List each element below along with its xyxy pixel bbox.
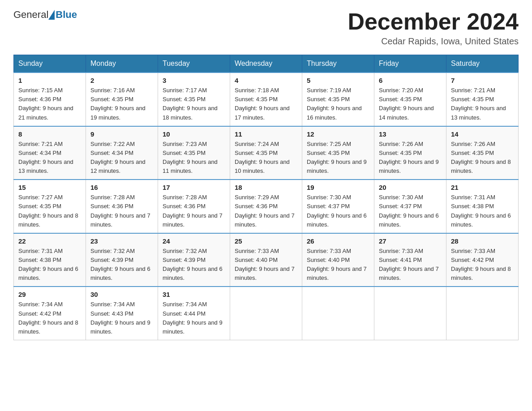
- day-number: 2: [90, 77, 153, 84]
- day-info: Sunrise: 7:34 AMSunset: 4:43 PMDaylight:…: [90, 300, 153, 336]
- day-number: 4: [235, 77, 297, 84]
- header-friday: Friday: [374, 55, 446, 73]
- day-info: Sunrise: 7:32 AMSunset: 4:39 PMDaylight:…: [90, 247, 153, 283]
- day-info: Sunrise: 7:27 AMSunset: 4:35 PMDaylight:…: [18, 193, 81, 229]
- logo-general-text: General: [13, 9, 48, 21]
- day-number: 18: [235, 184, 297, 191]
- calendar-cell: 21Sunrise: 7:31 AMSunset: 4:38 PMDayligh…: [446, 180, 519, 233]
- day-number: 5: [307, 77, 369, 84]
- calendar-cell: 26Sunrise: 7:33 AMSunset: 4:40 PMDayligh…: [302, 233, 374, 287]
- day-info: Sunrise: 7:33 AMSunset: 4:40 PMDaylight:…: [307, 247, 369, 283]
- day-number: 27: [379, 237, 442, 245]
- week-row-5: 29Sunrise: 7:34 AMSunset: 4:42 PMDayligh…: [14, 287, 519, 340]
- day-number: 16: [90, 184, 153, 191]
- day-info: Sunrise: 7:33 AMSunset: 4:40 PMDaylight:…: [235, 247, 297, 283]
- day-number: 30: [90, 291, 153, 298]
- month-title: December 2024: [348, 9, 519, 34]
- calendar-cell: 4Sunrise: 7:18 AMSunset: 4:35 PMDaylight…: [230, 73, 302, 126]
- calendar-cell: 27Sunrise: 7:33 AMSunset: 4:41 PMDayligh…: [374, 233, 446, 287]
- calendar-cell: 7Sunrise: 7:21 AMSunset: 4:35 PMDaylight…: [446, 73, 519, 126]
- day-info: Sunrise: 7:34 AMSunset: 4:44 PMDaylight:…: [163, 300, 225, 336]
- day-info: Sunrise: 7:25 AMSunset: 4:35 PMDaylight:…: [307, 140, 369, 176]
- calendar-cell: 9Sunrise: 7:22 AMSunset: 4:34 PMDaylight…: [86, 126, 158, 180]
- day-number: 31: [163, 291, 225, 298]
- day-info: Sunrise: 7:30 AMSunset: 4:37 PMDaylight:…: [379, 193, 442, 229]
- calendar-cell: 29Sunrise: 7:34 AMSunset: 4:42 PMDayligh…: [14, 287, 86, 340]
- calendar-cell: 23Sunrise: 7:32 AMSunset: 4:39 PMDayligh…: [86, 233, 158, 287]
- day-number: 8: [18, 130, 81, 138]
- day-number: 7: [451, 77, 514, 84]
- calendar-cell: 22Sunrise: 7:31 AMSunset: 4:38 PMDayligh…: [14, 233, 86, 287]
- day-info: Sunrise: 7:34 AMSunset: 4:42 PMDaylight:…: [18, 300, 81, 336]
- day-number: 23: [90, 237, 153, 245]
- day-number: 15: [18, 184, 81, 191]
- calendar-cell: 6Sunrise: 7:20 AMSunset: 4:35 PMDaylight…: [374, 73, 446, 126]
- calendar-cell: 1Sunrise: 7:15 AMSunset: 4:36 PMDaylight…: [14, 73, 86, 126]
- header-thursday: Thursday: [302, 55, 374, 73]
- calendar-cell: 24Sunrise: 7:32 AMSunset: 4:39 PMDayligh…: [158, 233, 230, 287]
- day-number: 21: [451, 184, 514, 191]
- logo-triangle-icon: [48, 10, 55, 20]
- day-info: Sunrise: 7:31 AMSunset: 4:38 PMDaylight:…: [18, 247, 81, 283]
- header-sunday: Sunday: [14, 55, 86, 73]
- day-info: Sunrise: 7:21 AMSunset: 4:35 PMDaylight:…: [451, 86, 514, 122]
- calendar-cell: 8Sunrise: 7:21 AMSunset: 4:34 PMDaylight…: [14, 126, 86, 180]
- logo-blue-part: Blue: [48, 9, 77, 21]
- weekday-header-row: Sunday Monday Tuesday Wednesday Thursday…: [14, 55, 519, 73]
- day-info: Sunrise: 7:18 AMSunset: 4:35 PMDaylight:…: [235, 86, 297, 122]
- day-info: Sunrise: 7:23 AMSunset: 4:35 PMDaylight:…: [163, 140, 225, 176]
- day-number: 12: [307, 130, 369, 138]
- day-number: 3: [163, 77, 225, 84]
- day-info: Sunrise: 7:29 AMSunset: 4:36 PMDaylight:…: [235, 193, 297, 229]
- day-number: 25: [235, 237, 297, 245]
- day-number: 1: [18, 77, 81, 84]
- calendar-table: Sunday Monday Tuesday Wednesday Thursday…: [13, 55, 519, 340]
- calendar-cell: 17Sunrise: 7:28 AMSunset: 4:36 PMDayligh…: [158, 180, 230, 233]
- day-info: Sunrise: 7:32 AMSunset: 4:39 PMDaylight:…: [163, 247, 225, 283]
- day-number: 29: [18, 291, 81, 298]
- week-row-3: 15Sunrise: 7:27 AMSunset: 4:35 PMDayligh…: [14, 180, 519, 233]
- calendar-cell: [230, 287, 302, 340]
- header-monday: Monday: [86, 55, 158, 73]
- day-number: 26: [307, 237, 369, 245]
- header-saturday: Saturday: [446, 55, 519, 73]
- day-info: Sunrise: 7:16 AMSunset: 4:35 PMDaylight:…: [90, 86, 153, 122]
- calendar-cell: 19Sunrise: 7:30 AMSunset: 4:37 PMDayligh…: [302, 180, 374, 233]
- calendar-cell: 2Sunrise: 7:16 AMSunset: 4:35 PMDaylight…: [86, 73, 158, 126]
- calendar-cell: 13Sunrise: 7:26 AMSunset: 4:35 PMDayligh…: [374, 126, 446, 180]
- day-info: Sunrise: 7:31 AMSunset: 4:38 PMDaylight:…: [451, 193, 514, 229]
- calendar-cell: 11Sunrise: 7:24 AMSunset: 4:35 PMDayligh…: [230, 126, 302, 180]
- week-row-4: 22Sunrise: 7:31 AMSunset: 4:38 PMDayligh…: [14, 233, 519, 287]
- day-number: 17: [163, 184, 225, 191]
- title-area: December 2024 Cedar Rapids, Iowa, United…: [348, 9, 519, 47]
- calendar-cell: 15Sunrise: 7:27 AMSunset: 4:35 PMDayligh…: [14, 180, 86, 233]
- week-row-2: 8Sunrise: 7:21 AMSunset: 4:34 PMDaylight…: [14, 126, 519, 180]
- calendar-cell: 20Sunrise: 7:30 AMSunset: 4:37 PMDayligh…: [374, 180, 446, 233]
- day-info: Sunrise: 7:28 AMSunset: 4:36 PMDaylight:…: [90, 193, 153, 229]
- calendar-cell: 28Sunrise: 7:33 AMSunset: 4:42 PMDayligh…: [446, 233, 519, 287]
- calendar-cell: 3Sunrise: 7:17 AMSunset: 4:35 PMDaylight…: [158, 73, 230, 126]
- day-number: 19: [307, 184, 369, 191]
- day-number: 13: [379, 130, 442, 138]
- day-number: 14: [451, 130, 514, 138]
- logo-blue-text: Blue: [56, 9, 77, 21]
- day-number: 28: [451, 237, 514, 245]
- day-info: Sunrise: 7:22 AMSunset: 4:34 PMDaylight:…: [90, 140, 153, 176]
- day-number: 10: [163, 130, 225, 138]
- day-info: Sunrise: 7:17 AMSunset: 4:35 PMDaylight:…: [163, 86, 225, 122]
- calendar-cell: 25Sunrise: 7:33 AMSunset: 4:40 PMDayligh…: [230, 233, 302, 287]
- day-number: 20: [379, 184, 442, 191]
- header-tuesday: Tuesday: [158, 55, 230, 73]
- day-info: Sunrise: 7:21 AMSunset: 4:34 PMDaylight:…: [18, 140, 81, 176]
- calendar-cell: 12Sunrise: 7:25 AMSunset: 4:35 PMDayligh…: [302, 126, 374, 180]
- day-info: Sunrise: 7:33 AMSunset: 4:42 PMDaylight:…: [451, 247, 514, 283]
- calendar-cell: 5Sunrise: 7:19 AMSunset: 4:35 PMDaylight…: [302, 73, 374, 126]
- calendar-cell: 10Sunrise: 7:23 AMSunset: 4:35 PMDayligh…: [158, 126, 230, 180]
- day-info: Sunrise: 7:15 AMSunset: 4:36 PMDaylight:…: [18, 86, 81, 122]
- day-info: Sunrise: 7:19 AMSunset: 4:35 PMDaylight:…: [307, 86, 369, 122]
- week-row-1: 1Sunrise: 7:15 AMSunset: 4:36 PMDaylight…: [14, 73, 519, 126]
- day-info: Sunrise: 7:28 AMSunset: 4:36 PMDaylight:…: [163, 193, 225, 229]
- location-subtitle: Cedar Rapids, Iowa, United States: [348, 36, 519, 47]
- calendar-cell: 14Sunrise: 7:26 AMSunset: 4:35 PMDayligh…: [446, 126, 519, 180]
- day-number: 22: [18, 237, 81, 245]
